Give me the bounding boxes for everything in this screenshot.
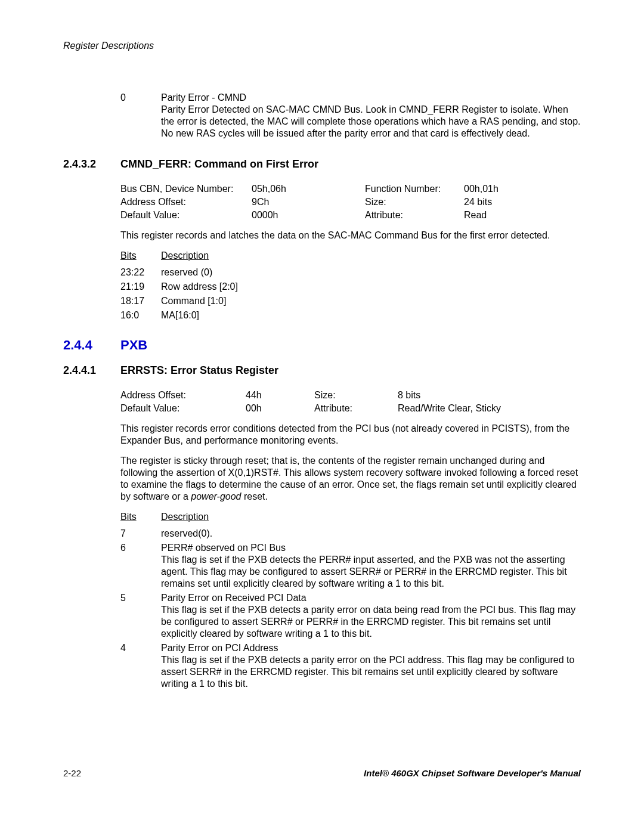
meta-label: Bus CBN, Device Number:	[120, 183, 252, 195]
bit-description: Parity Error on PCI Address This flag is…	[161, 642, 581, 690]
meta-row: Address Offset: 44h Size: 8 bits	[120, 389, 581, 401]
description-header: Description	[161, 250, 209, 262]
page-number: 2-22	[63, 768, 81, 779]
meta-label: Address Offset:	[120, 196, 252, 208]
meta-label: Function Number:	[365, 183, 464, 195]
bits-header: Bits	[120, 250, 161, 262]
bit-number: 5	[120, 592, 161, 640]
bit-body: This flag is set if the PXB detects a pa…	[161, 604, 581, 640]
table-row: 7 reserved(0).	[120, 528, 581, 540]
subsection-heading: 2.4.4.1 ERRSTS: Error Status Register	[63, 364, 581, 377]
meta-label: Address Offset:	[120, 389, 246, 401]
meta-label: Attribute:	[314, 402, 398, 414]
meta-label: Default Value:	[120, 402, 246, 414]
footer-title: Intel® 460GX Chipset Software Developer'…	[364, 768, 581, 779]
table-row: 4 Parity Error on PCI Address This flag …	[120, 642, 581, 690]
table-row: 16:0 MA[16:0]	[120, 309, 581, 321]
bit-table: 23:22 reserved (0) 21:19 Row address [2:…	[120, 267, 581, 321]
bit-number: 21:19	[120, 281, 161, 293]
italic-text: power-good	[191, 491, 241, 501]
register-meta: Address Offset: 44h Size: 8 bits Default…	[120, 389, 581, 414]
section-number: 2.4.4.1	[63, 364, 120, 377]
bit-title: reserved(0).	[161, 528, 581, 540]
meta-value: 0000h	[252, 209, 365, 221]
paragraph: This register records error conditions d…	[120, 423, 581, 447]
bit-number: 6	[120, 542, 161, 590]
bit-title: Parity Error - CMND	[161, 92, 581, 104]
bit-body: This flag is set if the PXB detects a pa…	[161, 654, 581, 690]
meta-value: 00h	[246, 402, 314, 414]
bit-number: 0	[120, 92, 161, 140]
bit-body: This flag is set if the PXB detects the …	[161, 554, 581, 590]
body-content: 0 Parity Error - CMND Parity Error Detec…	[120, 92, 581, 690]
meta-label: Attribute:	[365, 209, 464, 221]
page: Register Descriptions 0 Parity Error - C…	[0, 0, 644, 833]
table-row: 6 PERR# observed on PCI Bus This flag is…	[120, 542, 581, 590]
paragraph: This register records and latches the da…	[120, 230, 581, 241]
bit-number: 16:0	[120, 309, 161, 321]
meta-row: Default Value: 00h Attribute: Read/Write…	[120, 402, 581, 414]
table-row: 23:22 reserved (0)	[120, 267, 581, 278]
bit-number: 18:17	[120, 295, 161, 307]
bit-row: 0 Parity Error - CMND Parity Error Detec…	[120, 92, 581, 140]
meta-value: 00h,01h	[464, 183, 581, 195]
table-row: 5 Parity Error on Received PCI Data This…	[120, 592, 581, 640]
text-span: reset.	[242, 491, 268, 501]
bit-table-header: Bits Description	[120, 511, 581, 523]
meta-value: 9Ch	[252, 196, 365, 208]
meta-value: 24 bits	[464, 196, 581, 208]
subsection-heading: 2.4.3.2 CMND_FERR: Command on First Erro…	[63, 157, 581, 171]
bit-number: 23:22	[120, 267, 161, 278]
section-title: ERRSTS: Error Status Register	[120, 364, 278, 377]
meta-value: 05h,06h	[252, 183, 365, 195]
section-number: 2.4.4	[63, 337, 120, 354]
section-title: PXB	[120, 337, 147, 354]
section-title: CMND_FERR: Command on First Error	[120, 157, 318, 171]
bit-title: PERR# observed on PCI Bus	[161, 542, 581, 554]
register-meta: Bus CBN, Device Number: 05h,06h Function…	[120, 183, 581, 221]
meta-value: Read/Write Clear, Sticky	[398, 402, 581, 414]
bit-body: Parity Error Detected on SAC-MAC CMND Bu…	[161, 104, 581, 140]
bit-title: Parity Error on PCI Address	[161, 642, 581, 654]
meta-row: Bus CBN, Device Number: 05h,06h Function…	[120, 183, 581, 195]
meta-row: Default Value: 0000h Attribute: Read	[120, 209, 581, 221]
table-row: 21:19 Row address [2:0]	[120, 281, 581, 293]
running-header: Register Descriptions	[63, 40, 581, 52]
bits-header: Bits	[120, 511, 161, 523]
bit-title: Parity Error on Received PCI Data	[161, 592, 581, 604]
meta-label: Size:	[314, 389, 398, 401]
meta-value: 44h	[246, 389, 314, 401]
bit-description: reserved(0).	[161, 528, 581, 540]
bit-number: 7	[120, 528, 161, 540]
text-span: The register is sticky through reset; th…	[120, 456, 578, 501]
bit-number: 4	[120, 642, 161, 690]
bit-table: 7 reserved(0). 6 PERR# observed on PCI B…	[120, 528, 581, 690]
meta-label: Default Value:	[120, 209, 252, 221]
bit-description: PERR# observed on PCI Bus This flag is s…	[161, 542, 581, 590]
meta-value: Read	[464, 209, 581, 221]
meta-row: Address Offset: 9Ch Size: 24 bits	[120, 196, 581, 208]
bit-description: Parity Error - CMND Parity Error Detecte…	[161, 92, 581, 140]
bit-description: reserved (0)	[161, 267, 581, 278]
bit-table-header: Bits Description	[120, 250, 581, 262]
description-header: Description	[161, 511, 209, 523]
meta-value: 8 bits	[398, 389, 581, 401]
paragraph: The register is sticky through reset; th…	[120, 455, 581, 503]
bit-description: Row address [2:0]	[161, 281, 581, 293]
section-heading: 2.4.4 PXB	[63, 337, 581, 354]
section-number: 2.4.3.2	[63, 157, 120, 171]
bit-description: Parity Error on Received PCI Data This f…	[161, 592, 581, 640]
table-row: 18:17 Command [1:0]	[120, 295, 581, 307]
page-footer: 2-22 Intel® 460GX Chipset Software Devel…	[63, 768, 581, 779]
bit-description: MA[16:0]	[161, 309, 581, 321]
meta-label: Size:	[365, 196, 464, 208]
bit-description: Command [1:0]	[161, 295, 581, 307]
